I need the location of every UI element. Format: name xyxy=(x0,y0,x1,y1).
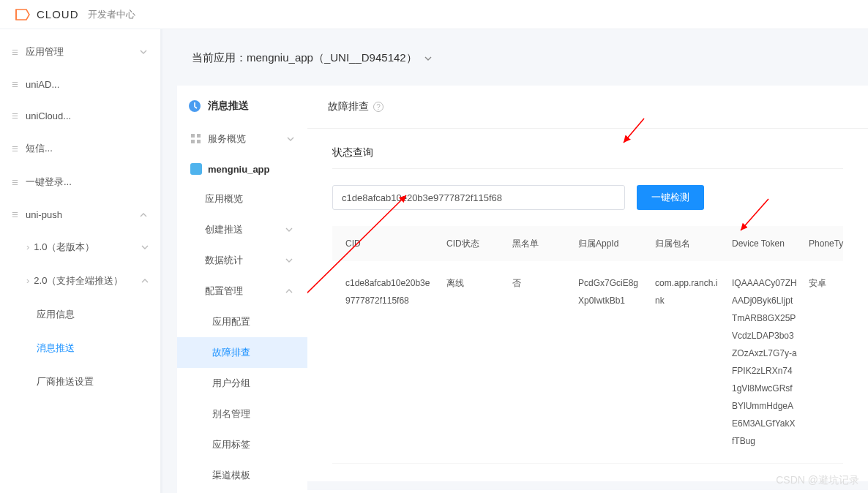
chevron-up-icon xyxy=(285,287,293,295)
cid-input[interactable] xyxy=(332,185,625,210)
nav-uniad[interactable]: ☰uniAD... xyxy=(0,69,160,100)
th-status: CID状态 xyxy=(441,235,506,252)
chevron-down-icon xyxy=(285,257,293,264)
td-token: IQAAAACy07ZHAADj0Byk6LIjptTmARB8GX25PVcd… xyxy=(726,274,803,450)
top-header: CLOUD 开发者中心 xyxy=(0,0,868,29)
td-cid: c1de8afcab10e20b3e9777872f115f68 xyxy=(340,274,441,309)
sidebar-main: ☰应用管理 ☰uniAD... ☰uniCloud... ☰短信... ☰一键登… xyxy=(0,29,162,493)
mid-troubleshoot[interactable]: 故障排查 xyxy=(177,337,307,368)
bell-icon xyxy=(187,99,202,113)
mid-app-tag[interactable]: 应用标签 xyxy=(177,429,307,460)
th-appid: 归属AppId xyxy=(572,235,649,252)
mid-overview[interactable]: 服务概览 xyxy=(177,124,307,154)
td-phone: 安卓 xyxy=(803,274,854,292)
page-title: 故障排查 ? xyxy=(307,86,868,129)
th-cid: CID xyxy=(340,235,441,252)
grid-icon xyxy=(190,133,202,145)
td-status: 离线 xyxy=(441,274,506,292)
th-pkg: 归属包名 xyxy=(649,235,726,252)
nav-unicloud[interactable]: ☰uniCloud... xyxy=(0,100,160,132)
mid-config[interactable]: 配置管理 xyxy=(177,276,307,306)
current-app-name: mengniu_app（_UNI__D945142） xyxy=(247,51,417,65)
svg-rect-5 xyxy=(190,163,202,175)
nav-push-v2[interactable]: ›2.0（支持全端推送） xyxy=(0,264,160,298)
nav-onekey-login[interactable]: ☰一键登录... xyxy=(0,165,160,199)
list-icon: ☰ xyxy=(12,80,18,89)
nav-msg-push[interactable]: 消息推送 xyxy=(0,331,160,365)
content-area: 故障排查 ? 状态查询 一键检测 CID CID状态 黑名单 归属Ap xyxy=(307,86,868,493)
nav-app-manage[interactable]: ☰应用管理 xyxy=(0,35,160,69)
svg-rect-4 xyxy=(197,140,201,143)
mid-stats[interactable]: 数据统计 xyxy=(177,245,307,276)
chevron-down-icon xyxy=(424,55,432,62)
logo[interactable]: CLOUD xyxy=(15,8,88,21)
chevron-up-icon xyxy=(140,211,147,219)
logo-text: CLOUD xyxy=(37,8,79,20)
mid-channel[interactable]: 渠道模板 xyxy=(177,460,307,491)
nav-uni-push[interactable]: ☰uni-push xyxy=(0,199,160,230)
sidebar-push: 消息推送 服务概览 mengniu_app 应用概览 创建推送 数据统计 配置管… xyxy=(177,86,307,493)
app-icon xyxy=(190,163,202,175)
td-black: 否 xyxy=(506,274,572,292)
svg-rect-3 xyxy=(191,140,195,143)
td-appid: PcdGx7GciE8gXp0IwtkBb1 xyxy=(572,274,649,309)
mid-user-group[interactable]: 用户分组 xyxy=(177,368,307,399)
result-table: CID CID状态 黑名单 归属AppId 归属包名 Device Token … xyxy=(332,226,843,464)
chevron-down-icon xyxy=(141,244,149,251)
list-icon: ☰ xyxy=(12,211,18,219)
push-title: 消息推送 xyxy=(177,89,307,124)
th-token: Device Token xyxy=(726,235,803,252)
mid-alias[interactable]: 别名管理 xyxy=(177,399,307,429)
list-icon: ☰ xyxy=(12,48,18,56)
list-icon: ☰ xyxy=(12,178,18,187)
logo-icon xyxy=(15,8,31,21)
mid-create-push[interactable]: 创建推送 xyxy=(177,214,307,245)
chevron-down-icon xyxy=(287,135,294,143)
svg-rect-1 xyxy=(191,134,195,138)
mid-app-config[interactable]: 应用配置 xyxy=(177,306,307,337)
detect-button[interactable]: 一键检测 xyxy=(637,185,704,210)
table-row: c1de8afcab10e20b3e9777872f115f68 离线 否 Pc… xyxy=(332,261,843,464)
td-pkg: com.app.ranch.ink xyxy=(649,274,726,309)
nav-sms[interactable]: ☰短信... xyxy=(0,132,160,165)
list-icon: ☰ xyxy=(12,145,18,153)
list-icon: ☰ xyxy=(12,112,18,120)
chevron-down-icon xyxy=(285,226,293,233)
th-black: 黑名单 xyxy=(506,235,572,252)
help-icon[interactable]: ? xyxy=(373,102,384,112)
chevron-up-icon xyxy=(141,277,149,285)
th-phone: PhoneTy xyxy=(803,235,854,252)
nav-app-info[interactable]: 应用信息 xyxy=(0,298,160,331)
nav-vendor-push[interactable]: 厂商推送设置 xyxy=(0,365,160,399)
header-title: 开发者中心 xyxy=(88,8,135,21)
status-query-title: 状态查询 xyxy=(332,146,843,169)
chevron-down-icon xyxy=(140,48,147,56)
svg-rect-2 xyxy=(197,134,201,138)
nav-push-v1[interactable]: ›1.0（老版本） xyxy=(0,230,160,264)
mid-app-name[interactable]: mengniu_app xyxy=(177,154,307,184)
mid-app-overview[interactable]: 应用概览 xyxy=(177,184,307,214)
app-selector[interactable]: 当前应用： mengniu_app（_UNI__D945142） xyxy=(177,41,868,75)
